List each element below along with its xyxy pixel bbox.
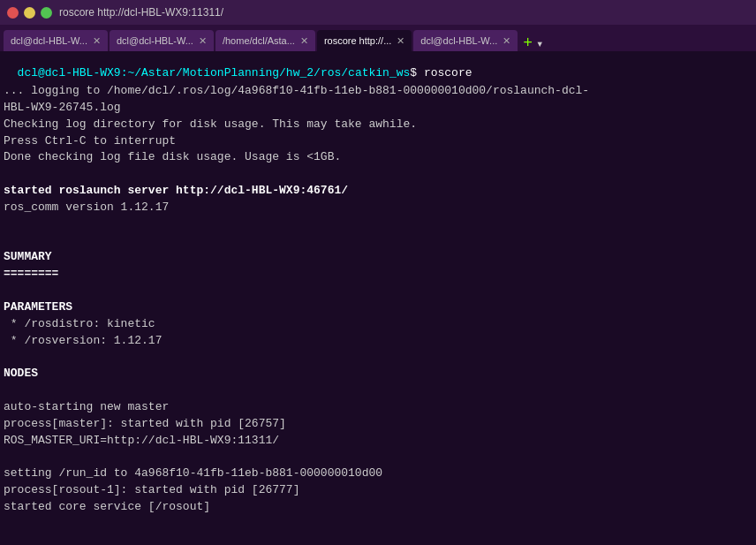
window-title: roscore http://dcl-HBL-WX9:11311/ — [59, 6, 223, 19]
terminal-line: NODES — [4, 366, 752, 382]
terminal-line: auto-starting new master — [4, 399, 752, 416]
tab-label-4: roscore http://... — [324, 35, 391, 46]
terminal-line: process[master]: started with pid [26757… — [4, 416, 752, 433]
tab-3[interactable]: /home/dcl/Asta... ✕ — [215, 30, 315, 51]
terminal-line: ======== — [4, 266, 752, 283]
tab-label-2: dcl@dcl-HBL-W... — [117, 35, 193, 46]
terminal-line: SUMMARY — [4, 249, 752, 266]
new-tab-button[interactable]: + — [523, 35, 533, 51]
tab-5[interactable]: dcl@dcl-HBL-W... ✕ — [413, 30, 518, 51]
terminal-line — [4, 283, 752, 299]
window-controls — [7, 7, 52, 19]
terminal-line — [4, 450, 752, 466]
terminal-output: ... logging to /home/dcl/.ros/log/4a968f… — [0, 81, 756, 545]
terminal-line: * /rosversion: 1.12.17 — [4, 333, 752, 350]
prompt-user: dcl@dcl-HBL-WX9 — [18, 66, 121, 79]
terminal-line: started roslaunch server http://dcl-HBL-… — [4, 183, 752, 200]
terminal-line: process[rosout-1]: started with pid [267… — [4, 482, 752, 499]
terminal-line: Done checking log file disk usage. Usage… — [4, 149, 752, 166]
title-bar: roscore http://dcl-HBL-WX9:11311/ — [0, 0, 756, 25]
terminal-line — [4, 233, 752, 250]
tab-2[interactable]: dcl@dcl-HBL-W... ✕ — [110, 30, 214, 51]
terminal-line: Press Ctrl-C to interrupt — [4, 133, 752, 150]
prompt-command: roscore — [417, 66, 472, 79]
tab-label-3: /home/dcl/Asta... — [223, 35, 295, 46]
terminal-line: * /rosdistro: kinetic — [4, 316, 752, 333]
tab-dropdown-button[interactable]: ▾ — [536, 36, 543, 51]
terminal-line: ROS_MASTER_URI=http://dcl-HBL-WX9:11311/ — [4, 433, 752, 450]
close-button[interactable] — [7, 7, 19, 19]
tab-bar: dcl@dcl-HBL-W... ✕ dcl@dcl-HBL-W... ✕ /h… — [0, 25, 756, 51]
terminal-line — [4, 216, 752, 233]
terminal-line — [4, 166, 752, 183]
tab-4-active[interactable]: roscore http://... ✕ — [317, 30, 412, 51]
maximize-button[interactable] — [41, 7, 52, 19]
terminal-line: setting /run_id to 4a968f10-41fb-11eb-b8… — [4, 466, 752, 482]
tab-close-2[interactable]: ✕ — [199, 35, 207, 47]
tab-label-5: dcl@dcl-HBL-W... — [420, 35, 497, 46]
tab-close-1[interactable]: ✕ — [93, 35, 101, 47]
tab-close-5[interactable]: ✕ — [503, 35, 510, 47]
terminal-line: ros_comm version 1.12.17 — [4, 200, 752, 216]
terminal-line: ... logging to /home/dcl/.ros/log/4a968f… — [4, 83, 752, 100]
terminal-line: started core service [/rosout] — [4, 499, 752, 516]
prompt-path: :~/Astar/MotionPlanning/hw_2/ros/catkin_… — [121, 66, 411, 79]
terminal-line: Checking log directory for disk usage. T… — [4, 117, 752, 133]
terminal-line — [4, 350, 752, 367]
prompt-dollar: $ — [410, 66, 417, 79]
tab-1[interactable]: dcl@dcl-HBL-W... ✕ — [4, 30, 108, 51]
tab-label-1: dcl@dcl-HBL-W... — [11, 35, 87, 46]
terminal-line: PARAMETERS — [4, 299, 752, 316]
tab-close-4[interactable]: ✕ — [397, 35, 404, 47]
minimize-button[interactable] — [24, 7, 35, 19]
tab-close-3[interactable]: ✕ — [300, 35, 308, 47]
prompt-bar: dcl@dcl-HBL-WX9:~/Astar/MotionPlanning/h… — [0, 51, 756, 81]
terminal-line — [4, 382, 752, 399]
terminal-line: HBL-WX9-26745.log — [4, 100, 752, 117]
